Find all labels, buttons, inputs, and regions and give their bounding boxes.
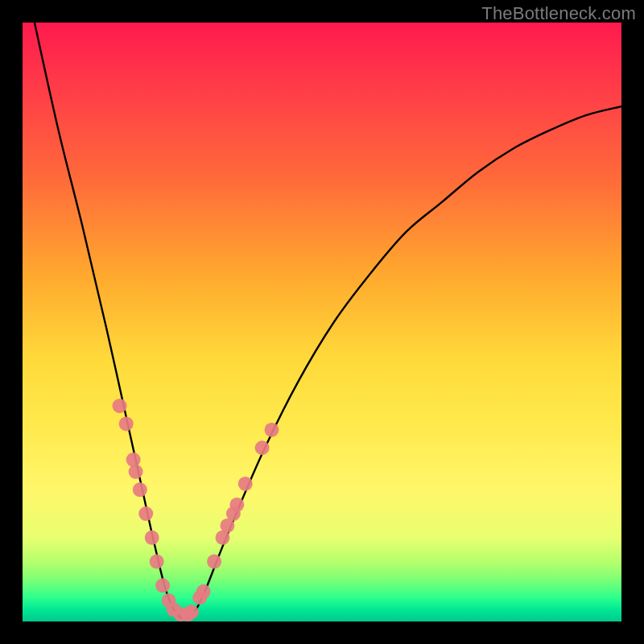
curve-marker [150,555,164,569]
bottleneck-curve-path [35,23,621,618]
curve-marker [255,440,270,455]
curve-marker [129,464,143,479]
curve-marker [138,506,153,521]
curve-marker [155,578,170,592]
curve-marker [133,482,147,497]
plot-area [23,23,621,621]
chart-frame: TheBottleneck.com [0,0,644,644]
curve-marker [238,477,253,491]
curve-marker [126,452,141,467]
curve-markers [113,398,279,621]
curve-marker [207,555,221,569]
bottleneck-curve [35,23,621,618]
curve-marker [229,497,244,512]
watermark-text: TheBottleneck.com [481,3,636,24]
curve-marker [196,584,211,599]
chart-svg [23,23,621,621]
curve-marker [184,605,199,619]
curve-marker [145,530,159,545]
curve-marker [113,398,127,413]
curve-marker [119,416,134,431]
curve-marker [265,423,279,437]
